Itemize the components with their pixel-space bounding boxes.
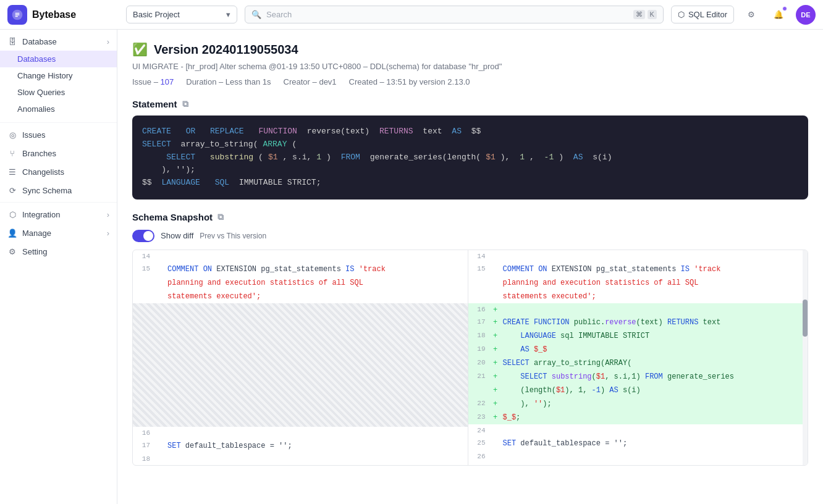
version-subtitle: UI MIGRATE - [hr_prod] Alter schema @01-… xyxy=(132,62,808,71)
diff-line: 24 xyxy=(468,424,803,437)
sidebar-slow-queries-label: Slow Queries xyxy=(17,88,65,97)
sidebar: 🗄 Database › Databases Change History Sl… xyxy=(0,30,117,504)
diff-line: statements executed'; xyxy=(133,290,468,303)
duration-meta: Duration – Less than 1s xyxy=(186,77,271,86)
manage-icon: 👤 xyxy=(7,228,17,238)
chevron-right-icon-3: › xyxy=(107,229,109,238)
copy-icon[interactable]: ⧉ xyxy=(182,99,188,109)
diff-container: 14 15 COMMENT ON EXTENSION pg_stat_state… xyxy=(132,250,808,466)
sidebar-database-label: Database xyxy=(22,37,57,46)
diff-line-added: + (length($1), 1, -1) AS s(i) xyxy=(468,384,803,397)
sidebar-item-anomalies[interactable]: Anomalies xyxy=(0,101,117,117)
sidebar-integration-label: Integration xyxy=(22,210,60,219)
issue-link[interactable]: 107 xyxy=(161,77,174,86)
project-selector[interactable]: Basic Project ▾ xyxy=(126,6,237,23)
diff-line: 16 xyxy=(133,427,468,439)
logo: Bytebase xyxy=(7,5,119,25)
gear-icon: ⚙ xyxy=(748,10,755,19)
diff-pane-right: 14 15 COMMENT ON EXTENSION pg_stat_state… xyxy=(468,250,803,465)
search-placeholder: Search xyxy=(266,10,292,19)
sidebar-setting-label: Setting xyxy=(22,247,47,256)
diff-line-added: 20 + SELECT array_to_string(ARRAY( xyxy=(468,356,803,370)
issue-meta: Issue – 107 xyxy=(132,77,174,86)
integration-icon: ⬡ xyxy=(7,209,17,219)
sidebar-sync-schema-label: Sync Schema xyxy=(22,186,72,195)
statement-header: Statement ⧉ xyxy=(132,99,808,109)
version-meta: Issue – 107 Duration – Less than 1s Crea… xyxy=(132,77,808,86)
sql-editor-button[interactable]: ⬡ SQL Editor xyxy=(671,6,734,23)
kbd-k: K xyxy=(648,10,657,19)
setting-icon: ⚙ xyxy=(7,246,17,256)
diff-line: 17 SET default_tablespace = ''; xyxy=(133,439,468,453)
sidebar-item-changelists[interactable]: ☰ Changelists xyxy=(0,162,117,181)
diff-empty-block xyxy=(133,303,468,427)
sidebar-item-slow-queries[interactable]: Slow Queries xyxy=(0,84,117,101)
logo-text: Bytebase xyxy=(32,9,76,20)
settings-button[interactable]: ⚙ xyxy=(741,5,761,25)
bell-icon: 🔔 xyxy=(774,10,783,19)
created-meta: Created – 13:51 by version 2.13.0 xyxy=(349,77,470,86)
diff-line-added: 17 + CREATE FUNCTION public.reverse(text… xyxy=(468,316,803,329)
sidebar-item-branches[interactable]: ⑂ Branches xyxy=(0,144,117,162)
sidebar-item-manage[interactable]: 👤 Manage › xyxy=(0,224,117,242)
diff-scrollbar[interactable] xyxy=(803,250,808,465)
notifications-button[interactable]: 🔔 xyxy=(769,5,788,25)
code-line-3: SELECT substring($1, s.i,1) FROM generat… xyxy=(142,151,798,164)
diff-line-added: 18 + LANGUAGE sql IMMUTABLE STRICT xyxy=(468,329,803,343)
logo-icon xyxy=(7,5,27,25)
code-line-5: $$ LANGUAGE SQL IMMUTABLE STRICT; xyxy=(142,177,798,190)
diff-line: 26 xyxy=(468,450,803,463)
sidebar-changelists-label: Changelists xyxy=(22,167,64,177)
keyboard-shortcut: ⌘ K xyxy=(633,10,657,19)
diff-line: planning and execution statistics of all… xyxy=(133,276,468,290)
code-line-2: SELECT array_to_string(ARRAY( xyxy=(142,138,798,151)
avatar[interactable]: DE xyxy=(796,5,816,25)
sidebar-manage-label: Manage xyxy=(22,229,51,238)
copy-icon-2[interactable]: ⧉ xyxy=(217,212,224,222)
sidebar-item-databases[interactable]: Databases xyxy=(0,51,117,67)
show-diff-toggle[interactable] xyxy=(132,230,154,242)
diff-line: 15 COMMENT ON EXTENSION pg_stat_statemen… xyxy=(468,262,803,276)
database-section: 🗄 Database › Databases Change History Sl… xyxy=(0,30,117,120)
sidebar-change-history-label: Change History xyxy=(17,71,73,80)
diff-line: planning and execution statistics of all… xyxy=(468,276,803,290)
diff-line: 14 xyxy=(133,250,468,262)
sql-editor-icon: ⬡ xyxy=(678,10,685,19)
sidebar-item-issues[interactable]: ◎ Issues xyxy=(0,125,117,144)
issues-icon: ◎ xyxy=(7,130,17,140)
diff-line-added: 23 + $_$; xyxy=(468,411,803,424)
changelists-icon: ☰ xyxy=(7,167,17,177)
sidebar-item-database[interactable]: 🗄 Database › xyxy=(0,32,117,51)
code-line-4: ), ''); xyxy=(142,164,798,177)
diff-scrollbar-thumb[interactable] xyxy=(803,300,808,337)
statement-label: Statement xyxy=(132,99,177,109)
success-icon: ✅ xyxy=(132,42,148,57)
sidebar-divider-1 xyxy=(0,122,117,123)
diff-pane-left: 14 15 COMMENT ON EXTENSION pg_stat_state… xyxy=(133,250,468,465)
notification-dot xyxy=(782,6,787,11)
sidebar-divider-2 xyxy=(0,202,117,203)
content-area: ✅ Version 20240119055034 UI MIGRATE - [h… xyxy=(117,30,823,504)
schema-snapshot-label: Schema Snapshot xyxy=(132,212,213,222)
sidebar-item-setting[interactable]: ⚙ Setting xyxy=(0,242,117,261)
sidebar-item-integration[interactable]: ⬡ Integration › xyxy=(0,205,117,224)
sync-icon: ⟳ xyxy=(7,185,17,195)
creator-meta: Creator – dev1 xyxy=(284,77,337,86)
branches-icon: ⑂ xyxy=(7,148,17,158)
prev-vs-label: Prev vs This version xyxy=(200,232,266,240)
sidebar-databases-label: Databases xyxy=(17,54,56,64)
sidebar-branches-label: Branches xyxy=(22,149,56,158)
sidebar-item-sync-schema[interactable]: ⟳ Sync Schema xyxy=(0,181,117,200)
diff-line: statements executed'; xyxy=(468,290,803,303)
sidebar-item-change-history[interactable]: Change History xyxy=(0,67,117,84)
version-title: Version 20240119055034 xyxy=(154,43,298,57)
diff-line: 25 SET default_tablespace = ''; xyxy=(468,437,803,450)
code-line-1: CREATE OR REPLACE FUNCTION reverse(text)… xyxy=(142,125,798,138)
diff-line: 18 xyxy=(133,453,468,465)
main-layout: 🗄 Database › Databases Change History Sl… xyxy=(0,30,823,504)
diff-line: 15 COMMENT ON EXTENSION pg_stat_statemen… xyxy=(133,262,468,276)
kbd-meta: ⌘ xyxy=(633,10,645,19)
topbar: Bytebase Basic Project ▾ 🔍 Search ⌘ K ⬡ … xyxy=(0,0,823,30)
search-bar[interactable]: 🔍 Search ⌘ K xyxy=(245,6,664,23)
diff-line-added: 19 + AS $_$ xyxy=(468,343,803,356)
